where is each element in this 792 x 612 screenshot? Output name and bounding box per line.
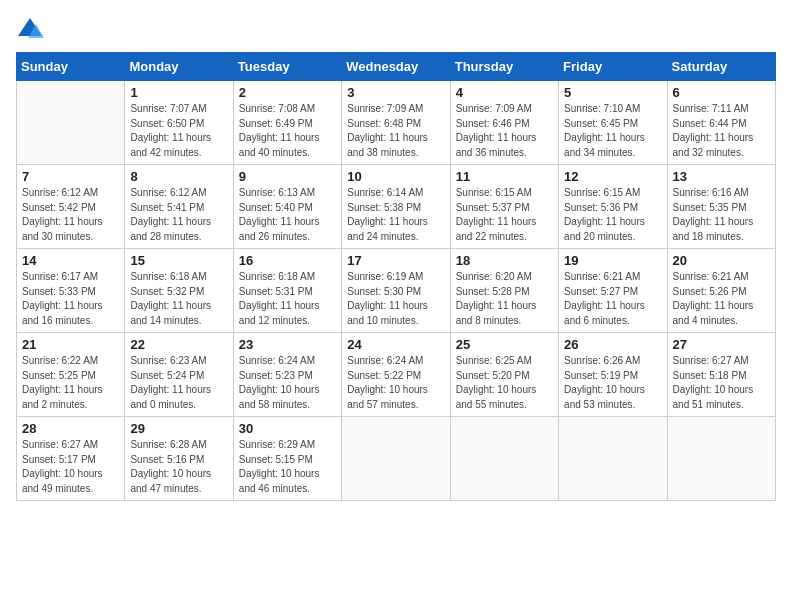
day-info: Sunrise: 6:24 AM Sunset: 5:22 PM Dayligh… (347, 354, 444, 412)
day-info: Sunrise: 6:13 AM Sunset: 5:40 PM Dayligh… (239, 186, 336, 244)
day-info: Sunrise: 6:29 AM Sunset: 5:15 PM Dayligh… (239, 438, 336, 496)
day-number: 20 (673, 253, 770, 268)
calendar-cell: 10Sunrise: 6:14 AM Sunset: 5:38 PM Dayli… (342, 165, 450, 249)
calendar-cell: 23Sunrise: 6:24 AM Sunset: 5:23 PM Dayli… (233, 333, 341, 417)
calendar-header-sunday: Sunday (17, 53, 125, 81)
calendar-cell: 1Sunrise: 7:07 AM Sunset: 6:50 PM Daylig… (125, 81, 233, 165)
calendar-cell: 20Sunrise: 6:21 AM Sunset: 5:26 PM Dayli… (667, 249, 775, 333)
calendar-header-wednesday: Wednesday (342, 53, 450, 81)
day-info: Sunrise: 7:09 AM Sunset: 6:48 PM Dayligh… (347, 102, 444, 160)
calendar-cell: 16Sunrise: 6:18 AM Sunset: 5:31 PM Dayli… (233, 249, 341, 333)
calendar-cell (667, 417, 775, 501)
day-number: 11 (456, 169, 553, 184)
day-number: 1 (130, 85, 227, 100)
day-info: Sunrise: 7:07 AM Sunset: 6:50 PM Dayligh… (130, 102, 227, 160)
day-number: 4 (456, 85, 553, 100)
day-number: 27 (673, 337, 770, 352)
day-number: 25 (456, 337, 553, 352)
day-info: Sunrise: 6:15 AM Sunset: 5:37 PM Dayligh… (456, 186, 553, 244)
day-info: Sunrise: 6:22 AM Sunset: 5:25 PM Dayligh… (22, 354, 119, 412)
day-info: Sunrise: 6:27 AM Sunset: 5:17 PM Dayligh… (22, 438, 119, 496)
calendar-cell: 17Sunrise: 6:19 AM Sunset: 5:30 PM Dayli… (342, 249, 450, 333)
calendar-cell: 27Sunrise: 6:27 AM Sunset: 5:18 PM Dayli… (667, 333, 775, 417)
logo (16, 16, 48, 44)
calendar-header-saturday: Saturday (667, 53, 775, 81)
calendar-cell: 19Sunrise: 6:21 AM Sunset: 5:27 PM Dayli… (559, 249, 667, 333)
calendar-cell: 14Sunrise: 6:17 AM Sunset: 5:33 PM Dayli… (17, 249, 125, 333)
calendar-cell (450, 417, 558, 501)
day-info: Sunrise: 6:18 AM Sunset: 5:31 PM Dayligh… (239, 270, 336, 328)
calendar-header-friday: Friday (559, 53, 667, 81)
calendar-cell: 3Sunrise: 7:09 AM Sunset: 6:48 PM Daylig… (342, 81, 450, 165)
day-number: 22 (130, 337, 227, 352)
page-header (16, 16, 776, 44)
day-number: 23 (239, 337, 336, 352)
day-number: 18 (456, 253, 553, 268)
day-number: 30 (239, 421, 336, 436)
calendar-cell: 29Sunrise: 6:28 AM Sunset: 5:16 PM Dayli… (125, 417, 233, 501)
day-info: Sunrise: 6:21 AM Sunset: 5:26 PM Dayligh… (673, 270, 770, 328)
calendar-cell: 18Sunrise: 6:20 AM Sunset: 5:28 PM Dayli… (450, 249, 558, 333)
logo-icon (16, 16, 44, 44)
day-info: Sunrise: 6:19 AM Sunset: 5:30 PM Dayligh… (347, 270, 444, 328)
day-info: Sunrise: 6:14 AM Sunset: 5:38 PM Dayligh… (347, 186, 444, 244)
calendar-cell: 28Sunrise: 6:27 AM Sunset: 5:17 PM Dayli… (17, 417, 125, 501)
day-number: 13 (673, 169, 770, 184)
day-number: 5 (564, 85, 661, 100)
day-info: Sunrise: 6:16 AM Sunset: 5:35 PM Dayligh… (673, 186, 770, 244)
day-number: 7 (22, 169, 119, 184)
day-number: 17 (347, 253, 444, 268)
day-number: 16 (239, 253, 336, 268)
calendar-cell: 2Sunrise: 7:08 AM Sunset: 6:49 PM Daylig… (233, 81, 341, 165)
day-number: 26 (564, 337, 661, 352)
day-number: 6 (673, 85, 770, 100)
calendar-week-4: 21Sunrise: 6:22 AM Sunset: 5:25 PM Dayli… (17, 333, 776, 417)
day-number: 12 (564, 169, 661, 184)
day-number: 21 (22, 337, 119, 352)
day-info: Sunrise: 6:12 AM Sunset: 5:41 PM Dayligh… (130, 186, 227, 244)
day-number: 10 (347, 169, 444, 184)
day-info: Sunrise: 6:28 AM Sunset: 5:16 PM Dayligh… (130, 438, 227, 496)
day-info: Sunrise: 6:27 AM Sunset: 5:18 PM Dayligh… (673, 354, 770, 412)
day-number: 29 (130, 421, 227, 436)
calendar-header-row: SundayMondayTuesdayWednesdayThursdayFrid… (17, 53, 776, 81)
calendar-cell: 26Sunrise: 6:26 AM Sunset: 5:19 PM Dayli… (559, 333, 667, 417)
day-number: 15 (130, 253, 227, 268)
calendar-cell: 13Sunrise: 6:16 AM Sunset: 5:35 PM Dayli… (667, 165, 775, 249)
day-number: 19 (564, 253, 661, 268)
calendar-header-monday: Monday (125, 53, 233, 81)
day-info: Sunrise: 6:24 AM Sunset: 5:23 PM Dayligh… (239, 354, 336, 412)
day-info: Sunrise: 6:15 AM Sunset: 5:36 PM Dayligh… (564, 186, 661, 244)
day-number: 9 (239, 169, 336, 184)
day-number: 24 (347, 337, 444, 352)
day-info: Sunrise: 6:17 AM Sunset: 5:33 PM Dayligh… (22, 270, 119, 328)
calendar-cell (342, 417, 450, 501)
day-info: Sunrise: 7:11 AM Sunset: 6:44 PM Dayligh… (673, 102, 770, 160)
calendar-cell: 4Sunrise: 7:09 AM Sunset: 6:46 PM Daylig… (450, 81, 558, 165)
calendar-cell: 9Sunrise: 6:13 AM Sunset: 5:40 PM Daylig… (233, 165, 341, 249)
day-info: Sunrise: 6:25 AM Sunset: 5:20 PM Dayligh… (456, 354, 553, 412)
calendar-cell (17, 81, 125, 165)
day-info: Sunrise: 6:23 AM Sunset: 5:24 PM Dayligh… (130, 354, 227, 412)
day-info: Sunrise: 6:21 AM Sunset: 5:27 PM Dayligh… (564, 270, 661, 328)
calendar-cell: 21Sunrise: 6:22 AM Sunset: 5:25 PM Dayli… (17, 333, 125, 417)
day-number: 14 (22, 253, 119, 268)
day-number: 28 (22, 421, 119, 436)
calendar-week-1: 1Sunrise: 7:07 AM Sunset: 6:50 PM Daylig… (17, 81, 776, 165)
calendar-cell: 12Sunrise: 6:15 AM Sunset: 5:36 PM Dayli… (559, 165, 667, 249)
day-number: 2 (239, 85, 336, 100)
day-info: Sunrise: 7:08 AM Sunset: 6:49 PM Dayligh… (239, 102, 336, 160)
calendar-cell: 22Sunrise: 6:23 AM Sunset: 5:24 PM Dayli… (125, 333, 233, 417)
calendar-cell: 5Sunrise: 7:10 AM Sunset: 6:45 PM Daylig… (559, 81, 667, 165)
calendar-cell (559, 417, 667, 501)
calendar-cell: 6Sunrise: 7:11 AM Sunset: 6:44 PM Daylig… (667, 81, 775, 165)
calendar-header-tuesday: Tuesday (233, 53, 341, 81)
calendar-cell: 30Sunrise: 6:29 AM Sunset: 5:15 PM Dayli… (233, 417, 341, 501)
calendar-header-thursday: Thursday (450, 53, 558, 81)
day-info: Sunrise: 6:12 AM Sunset: 5:42 PM Dayligh… (22, 186, 119, 244)
calendar-cell: 25Sunrise: 6:25 AM Sunset: 5:20 PM Dayli… (450, 333, 558, 417)
calendar-week-3: 14Sunrise: 6:17 AM Sunset: 5:33 PM Dayli… (17, 249, 776, 333)
day-info: Sunrise: 6:18 AM Sunset: 5:32 PM Dayligh… (130, 270, 227, 328)
calendar-cell: 11Sunrise: 6:15 AM Sunset: 5:37 PM Dayli… (450, 165, 558, 249)
day-number: 8 (130, 169, 227, 184)
